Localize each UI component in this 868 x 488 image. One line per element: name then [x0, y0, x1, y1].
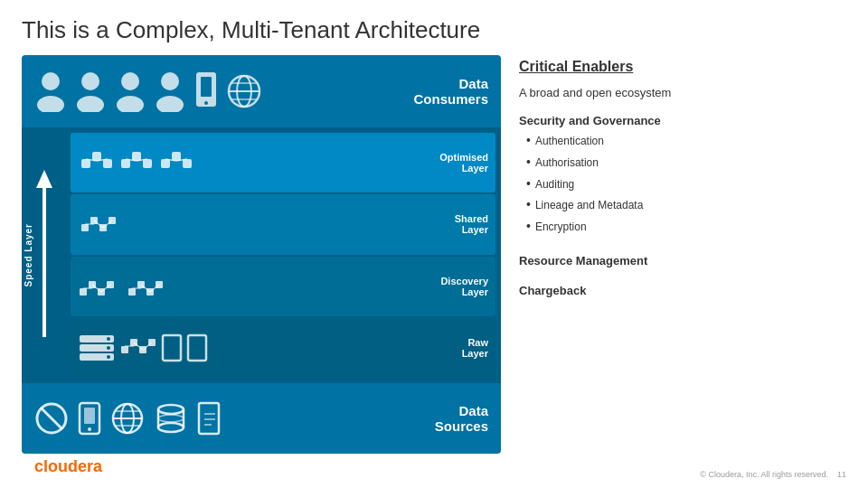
- footer-page-number: 11: [837, 470, 846, 479]
- svg-point-4: [121, 72, 139, 90]
- bullet-text-encryption: Encryption: [535, 218, 587, 236]
- chargeback-heading: Chargeback: [519, 284, 846, 297]
- node-icon-disc-1: [78, 272, 123, 301]
- svg-rect-24: [132, 152, 141, 161]
- svg-rect-23: [121, 159, 130, 168]
- security-section: Security and Governance • Authentication…: [519, 114, 846, 238]
- resource-section: Resource Management: [519, 254, 846, 267]
- content-area: DataConsumers Speed Layer: [22, 55, 846, 479]
- svg-rect-9: [201, 77, 212, 97]
- svg-rect-33: [81, 224, 89, 231]
- bullet-dot-3: •: [526, 174, 531, 195]
- svg-point-10: [204, 101, 208, 105]
- consumers-row: DataConsumers: [22, 55, 501, 127]
- svg-rect-28: [161, 159, 170, 168]
- storage-icon-1: [78, 333, 116, 362]
- svg-rect-25: [143, 159, 152, 168]
- bullet-lineage: • Lineage and Metadata: [526, 194, 846, 216]
- bullet-text-auditing: Auditing: [535, 175, 574, 193]
- person-icon-2: [74, 70, 107, 112]
- svg-point-5: [117, 96, 144, 112]
- bullet-authorisation: • Authorisation: [526, 152, 846, 174]
- svg-point-82: [158, 423, 184, 432]
- svg-rect-60: [121, 346, 128, 353]
- bullet-text-authentication: Authentication: [535, 132, 604, 150]
- broad-text: A broad and open ecosystem: [519, 86, 846, 99]
- svg-line-70: [41, 408, 62, 429]
- optimised-layer-label: OptimisedLayer: [425, 152, 488, 174]
- security-heading: Security and Governance: [519, 114, 846, 127]
- consumers-icons: [34, 70, 262, 112]
- raw-layer-row: RawLayer: [71, 318, 495, 378]
- node-icon-opt-1: [78, 148, 114, 177]
- sources-label: DataSources: [435, 403, 488, 434]
- database-src-icon: [154, 401, 188, 436]
- bullet-text-lineage: Lineage and Metadata: [535, 196, 643, 214]
- raw-layer-label: RawLayer: [425, 337, 488, 359]
- no-access-icon: [34, 401, 69, 436]
- svg-point-73: [88, 427, 91, 431]
- right-panel: Critical Enablers A broad and open ecosy…: [519, 55, 846, 479]
- svg-point-59: [107, 355, 110, 359]
- resource-heading: Resource Management: [519, 254, 846, 267]
- page: This is a Complex, Multi-Tenant Architec…: [0, 0, 868, 488]
- critical-enablers-title: Critical Enablers: [519, 59, 846, 75]
- svg-rect-72: [84, 408, 95, 424]
- shared-layer-label: SharedLayer: [425, 213, 488, 235]
- svg-point-83: [158, 415, 184, 422]
- raw-layer-icons: [78, 333, 425, 362]
- file-src-icon: [197, 401, 224, 436]
- svg-point-3: [77, 96, 104, 112]
- person-icon-1: [34, 70, 67, 112]
- bullet-text-authorisation: Authorisation: [535, 154, 599, 172]
- svg-rect-29: [172, 152, 181, 161]
- shared-layer-row: SharedLayer: [71, 194, 495, 254]
- speed-label: Speed Layer: [24, 223, 33, 286]
- logo-area: cloudera: [22, 454, 501, 479]
- discovery-layer-label: DiscoveryLayer: [425, 276, 488, 297]
- svg-rect-40: [80, 288, 87, 296]
- chargeback-section: Chargeback: [519, 284, 846, 297]
- speed-arrow-icon: [31, 165, 58, 346]
- sources-row: DataSources: [22, 383, 501, 454]
- bullet-encryption: • Encryption: [526, 216, 846, 238]
- footer: © Cloudera, Inc. All rights reserved. 11: [519, 470, 846, 479]
- optimised-layer-icons: [78, 148, 425, 177]
- bullet-auditing: • Auditing: [526, 174, 846, 195]
- footer-copyright: © Cloudera, Inc. All rights reserved.: [700, 470, 828, 479]
- node-icon-opt-3: [157, 148, 193, 177]
- node-icon-shared-1: [78, 210, 132, 239]
- bullet-dot-5: •: [526, 216, 531, 238]
- bullet-dot-4: •: [526, 194, 531, 216]
- svg-rect-68: [188, 335, 206, 361]
- svg-rect-18: [81, 159, 90, 168]
- speed-column: Speed Layer: [22, 127, 67, 383]
- svg-point-1: [37, 96, 64, 112]
- sources-icons: [34, 401, 224, 436]
- cloudera-logo: cloudera: [34, 457, 102, 476]
- svg-rect-20: [103, 159, 112, 168]
- svg-rect-19: [92, 152, 101, 161]
- layers-content: OptimisedLayer: [67, 127, 501, 383]
- mobile-icon: [193, 70, 219, 112]
- bullet-authentication: • Authentication: [526, 130, 846, 152]
- mobile-src-icon: [78, 401, 101, 436]
- svg-point-6: [161, 72, 179, 90]
- svg-point-58: [107, 346, 110, 350]
- bullet-dot-2: •: [526, 152, 531, 174]
- svg-marker-17: [36, 170, 52, 188]
- svg-rect-47: [128, 288, 136, 296]
- person-icon-3: [114, 70, 146, 112]
- svg-point-0: [42, 72, 60, 90]
- node-icon-disc-2: [127, 272, 172, 301]
- optimised-layer-row: OptimisedLayer: [71, 133, 495, 192]
- svg-point-79: [158, 405, 184, 414]
- node-icon-opt-2: [118, 148, 154, 177]
- bullet-dot-1: •: [526, 130, 531, 152]
- globe-src-icon: [110, 401, 145, 436]
- doc-icon-raw-1: [161, 333, 183, 362]
- discovery-layer-row: DiscoveryLayer: [71, 257, 495, 316]
- svg-point-2: [81, 72, 99, 90]
- svg-rect-30: [183, 159, 192, 168]
- globe-icon: [226, 73, 262, 109]
